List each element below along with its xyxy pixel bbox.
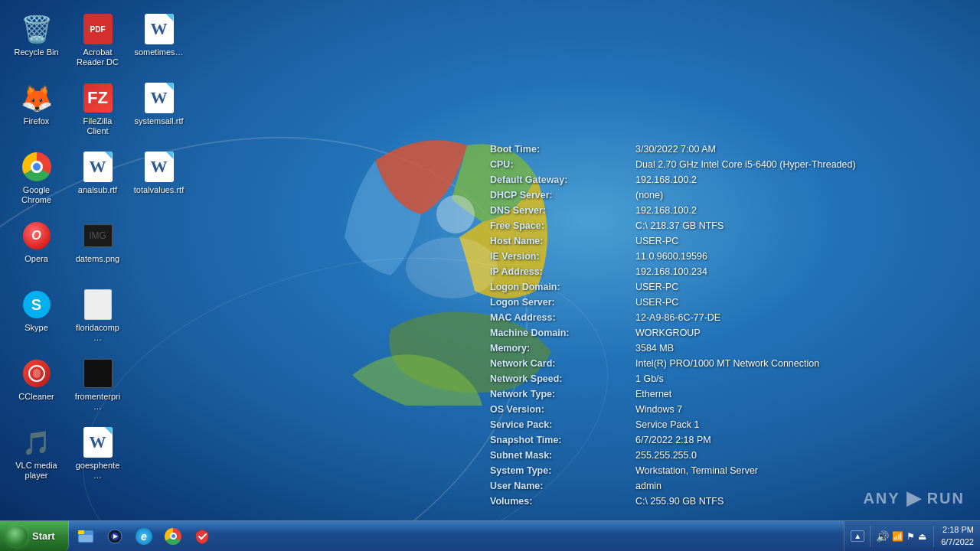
anyrun-text: ANY: [863, 490, 900, 507]
icon-vlc[interactable]: 🎵 VLC media player: [8, 421, 65, 486]
icon-recycle-bin[interactable]: 🗑️ Recycle Bin: [8, 8, 65, 73]
start-button[interactable]: Start: [0, 521, 69, 552]
desktop-icons-container: 🗑️ Recycle Bin PDF Acrobat Reader DC W s…: [0, 0, 199, 551]
icon-systemsall[interactable]: W systemsall.rtf: [130, 77, 188, 142]
anyrun-play-icon: ▶: [906, 487, 921, 509]
svg-point-0: [436, 195, 475, 233]
icon-totalvalues[interactable]: W totalvalues.rtf: [130, 145, 188, 210]
system-info-panel: Boot Time: 3/30/2022 7:00 AM CPU: Dual 2…: [490, 142, 856, 509]
icon-firefox[interactable]: 🦊 Firefox: [8, 77, 65, 142]
system-tray: ▲ 🔊 📶 ⚑ ⏏ 2:18 PM 6/7/2022: [844, 521, 980, 551]
svg-rect-4: [78, 530, 84, 534]
tray-icons: ▲ 🔊 📶 ⚑ ⏏: [851, 526, 926, 547]
taskbar-browser[interactable]: e: [130, 523, 158, 550]
action-center-icon[interactable]: ⚑: [906, 531, 915, 542]
taskbar-mediaplayer[interactable]: [101, 523, 129, 550]
icon-filezilla[interactable]: FZ FileZilla Client: [69, 77, 126, 142]
svg-rect-5: [79, 535, 93, 542]
start-label: Start: [32, 530, 55, 542]
start-orb: [6, 526, 28, 547]
taskbar-programs: e: [69, 521, 219, 551]
tray-divider: [870, 526, 871, 547]
tray-expand-icon[interactable]: ▲: [851, 530, 864, 542]
anyrun-suffix: RUN: [927, 490, 965, 507]
icon-fromenterpri[interactable]: fromenterpri…: [69, 352, 126, 417]
icon-floridacomp[interactable]: floridacomp…: [69, 283, 126, 348]
clock-divider: [933, 526, 934, 547]
anyrun-watermark: ANY ▶ RUN: [863, 487, 965, 509]
taskbar-security[interactable]: [188, 523, 216, 550]
icon-opera[interactable]: O Opera: [8, 214, 65, 279]
icon-datems[interactable]: IMG datems.png: [69, 214, 126, 279]
icon-acrobat[interactable]: PDF Acrobat Reader DC: [69, 8, 126, 73]
desktop: 🗑️ Recycle Bin PDF Acrobat Reader DC W s…: [0, 0, 980, 551]
volume-icon[interactable]: 🔊: [876, 530, 889, 543]
icon-skype[interactable]: S Skype: [8, 283, 65, 348]
taskbar-explorer[interactable]: [72, 523, 100, 550]
taskbar-chrome[interactable]: [159, 523, 187, 550]
icon-chrome[interactable]: Google Chrome: [8, 145, 65, 210]
safely-remove-icon[interactable]: ⏏: [918, 531, 926, 542]
icon-sometimes[interactable]: W sometimes…: [130, 8, 188, 73]
svg-point-1: [406, 237, 498, 298]
system-clock[interactable]: 2:18 PM 6/7/2022: [941, 524, 974, 548]
taskbar: Start e: [0, 520, 980, 551]
icon-analsub[interactable]: W analsub.rtf: [69, 145, 126, 210]
network-icon[interactable]: 📶: [892, 531, 903, 542]
icon-goesphente[interactable]: W goesphente…: [69, 421, 126, 486]
icon-ccleaner[interactable]: CCleaner: [8, 352, 65, 417]
